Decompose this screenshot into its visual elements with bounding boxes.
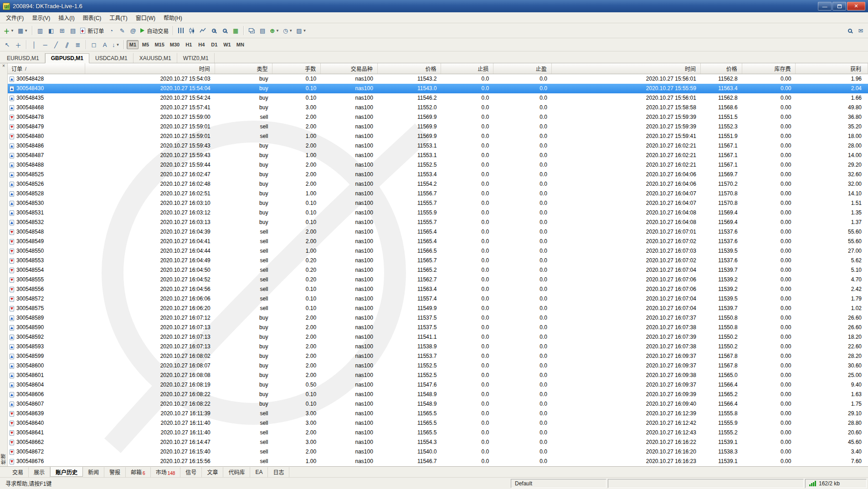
history-row[interactable]: 300548607 2020.10.27 16:08:22 buy 0.10 n… <box>8 399 868 409</box>
history-row[interactable]: 300548672 2020.10.27 16:15:40 sell 2.00 … <box>8 447 868 457</box>
column-header-takeprofit[interactable]: 止盈 <box>493 63 552 74</box>
menu-view[interactable]: 显示(V) <box>28 12 54 23</box>
column-header-close-time[interactable]: 时间 <box>552 63 701 74</box>
timeframe-h4-button[interactable]: H4 <box>195 40 207 49</box>
history-row[interactable]: 300548526 2020.10.27 16:02:48 buy 2.00 n… <box>8 179 868 189</box>
history-row[interactable]: 300548590 2020.10.27 16:07:13 buy 2.00 n… <box>8 323 868 332</box>
zoom-in-button[interactable]: + <box>208 25 219 36</box>
strategy-tester-button[interactable]: ◔ <box>106 25 117 36</box>
channel-button[interactable]: ∥ <box>62 39 72 50</box>
script-button[interactable]: ✎ <box>117 25 128 36</box>
column-header-swap[interactable]: 库存费 <box>742 63 796 74</box>
history-row[interactable]: 300548600 2020.10.27 16:08:07 buy 2.00 n… <box>8 361 868 371</box>
history-row[interactable]: 300548480 2020.10.27 15:59:01 sell 1.00 … <box>8 132 868 141</box>
history-row[interactable]: 300548641 2020.10.27 16:11:40 sell 2.00 … <box>8 428 868 438</box>
text-tool-button[interactable]: A <box>99 39 110 50</box>
tab-journal[interactable]: 日志 <box>268 467 289 477</box>
tab-account-history[interactable]: 账户历史 <box>50 467 83 477</box>
history-row[interactable]: 300548468 2020.10.27 15:57:41 buy 3.00 n… <box>8 103 868 112</box>
history-row[interactable]: 300548676 2020.10.27 16:15:56 sell 1.00 … <box>8 457 868 466</box>
panel-close-icon[interactable]: × <box>1 64 6 68</box>
timeframe-d1-button[interactable]: D1 <box>208 40 220 49</box>
menu-window[interactable]: 窗口(W) <box>132 12 159 23</box>
cursor-tool-button[interactable]: ↖ <box>2 39 13 50</box>
history-row[interactable]: 300548530 2020.10.27 16:03:10 buy 0.10 n… <box>8 199 868 208</box>
close-button[interactable]: ✕ <box>847 2 865 10</box>
history-row[interactable]: 300548592 2020.10.27 16:07:13 buy 2.00 n… <box>8 332 868 342</box>
history-row[interactable]: 300548550 2020.10.27 16:04:44 sell 1.00 … <box>8 246 868 256</box>
tab-mailbox[interactable]: 邮箱6 <box>126 467 151 477</box>
history-row[interactable]: 300548589 2020.10.27 16:07:12 buy 2.00 n… <box>8 313 868 323</box>
history-row[interactable]: 300548555 2020.10.27 16:04:52 sell 0.20 … <box>8 275 868 285</box>
history-row[interactable]: 300548554 2020.10.27 16:04:50 sell 0.20 … <box>8 265 868 275</box>
history-row[interactable]: 300548606 2020.10.27 16:08:22 buy 0.10 n… <box>8 390 868 399</box>
tab-signals[interactable]: 信号 <box>180 467 202 477</box>
history-row[interactable]: 300548601 2020.10.27 16:08:08 buy 2.00 n… <box>8 371 868 380</box>
tab-news[interactable]: 新闻 <box>83 467 104 477</box>
autotrading-button[interactable]: 自动交易 <box>139 25 170 36</box>
horizontal-line-button[interactable]: ─ <box>40 39 51 50</box>
crosshair-tool-button[interactable]: ＋ <box>13 39 24 50</box>
mailbox-button[interactable]: ✉ <box>855 25 866 36</box>
history-row[interactable]: 300548486 2020.10.27 15:59:43 buy 2.00 n… <box>8 141 868 151</box>
history-row[interactable]: 300548531 2020.10.27 16:03:12 buy 0.10 n… <box>8 208 868 218</box>
tile-horizontal-button[interactable]: ▤ <box>257 25 268 36</box>
history-row[interactable]: 300548525 2020.10.27 16:02:47 buy 2.00 n… <box>8 170 868 179</box>
maximize-button[interactable] <box>832 2 846 10</box>
menu-tools[interactable]: 工具(T) <box>105 12 131 23</box>
chart-tab-usdcad[interactable]: USDCAD,M1 <box>89 53 134 63</box>
history-row[interactable]: 300548478 2020.10.27 15:59:00 sell 2.00 … <box>8 112 868 122</box>
column-header-symbol[interactable]: 交易品种 <box>321 63 378 74</box>
history-row[interactable]: 300548528 2020.10.27 16:02:51 buy 1.00 n… <box>8 189 868 199</box>
timeframe-mn-button[interactable]: MN <box>234 40 247 49</box>
history-row[interactable]: 300548662 2020.10.27 16:14:47 sell 3.00 … <box>8 438 868 447</box>
shapes-button[interactable]: ◻ <box>88 39 99 50</box>
trendline-button[interactable]: ╱ <box>51 39 62 50</box>
column-header-type[interactable]: 类型 <box>215 63 273 74</box>
fibonacci-button[interactable]: ≣ <box>72 39 83 50</box>
tab-experts[interactable]: EA <box>250 467 268 477</box>
chart-tab-wtiz0[interactable]: WTIZ0,M1 <box>177 53 215 63</box>
market-watch-button[interactable]: ▥ <box>35 25 46 36</box>
chart-tab-xauusd[interactable]: XAUUSD,M1 <box>134 53 177 63</box>
new-order-button[interactable]: 新订单 <box>78 25 106 36</box>
timeframe-m5-button[interactable]: M5 <box>139 40 151 49</box>
chart-tab-eurusd[interactable]: EURUSD,M1 <box>1 53 45 63</box>
history-row[interactable]: 300548599 2020.10.27 16:08:02 buy 2.00 n… <box>8 351 868 361</box>
column-header-order[interactable]: 订单/ <box>8 63 85 74</box>
timeframe-w1-button[interactable]: W1 <box>221 40 233 49</box>
history-row[interactable]: 300548435 2020.10.27 15:54:24 buy 0.10 n… <box>8 93 868 103</box>
history-row[interactable]: 300548479 2020.10.27 15:59:01 sell 2.00 … <box>8 122 868 132</box>
new-chart-button[interactable]: ＋▼ <box>2 25 16 36</box>
chart-tab-gbpusd[interactable]: GBPUSD,M1 <box>45 53 89 63</box>
templates-button[interactable]: ▨▼ <box>294 25 308 36</box>
menu-insert[interactable]: 插入(I) <box>54 12 78 23</box>
data-window-button[interactable]: ◧ <box>46 25 56 36</box>
tab-alerts[interactable]: 警报 <box>104 467 126 477</box>
periods-button[interactable]: ◷▼ <box>281 25 294 36</box>
timeframe-h1-button[interactable]: H1 <box>183 40 195 49</box>
minimize-button[interactable]: — <box>818 2 832 10</box>
timeframe-m30-button[interactable]: M30 <box>168 40 182 49</box>
menu-help[interactable]: 帮助(H) <box>159 12 186 23</box>
navigator-button[interactable]: ⊞ <box>56 25 67 36</box>
mql5-community-button[interactable]: @ <box>128 25 139 36</box>
history-row[interactable]: 300548488 2020.10.27 15:59:44 buy 2.00 n… <box>8 160 868 170</box>
zoom-out-button[interactable]: − <box>219 25 230 36</box>
timeframe-m15-button[interactable]: M15 <box>152 40 166 49</box>
history-row[interactable]: 300548639 2020.10.27 16:11:39 sell 3.00 … <box>8 409 868 418</box>
history-row[interactable]: 300548604 2020.10.27 16:08:19 buy 0.50 n… <box>8 380 868 390</box>
column-header-open-time[interactable]: 时间 <box>85 63 215 74</box>
status-profile[interactable]: Default <box>511 479 606 488</box>
column-header-stoploss[interactable]: 止损 <box>441 63 493 74</box>
tab-exposure[interactable]: 展示 <box>29 467 50 477</box>
line-chart-mode-button[interactable] <box>197 25 208 36</box>
terminal-button[interactable]: ▤ <box>67 25 78 36</box>
cascade-windows-button[interactable] <box>246 25 257 36</box>
history-row[interactable]: 300548549 2020.10.27 16:04:41 sell 2.00 … <box>8 237 868 246</box>
arrows-tool-button[interactable]: ↓▼ <box>110 39 121 50</box>
tile-windows-button[interactable]: ▦ <box>230 25 241 36</box>
history-row[interactable]: 300548572 2020.10.27 16:06:06 sell 0.10 … <box>8 294 868 304</box>
bar-chart-mode-button[interactable] <box>175 25 186 36</box>
menu-charts[interactable]: 图表(C) <box>79 12 106 23</box>
